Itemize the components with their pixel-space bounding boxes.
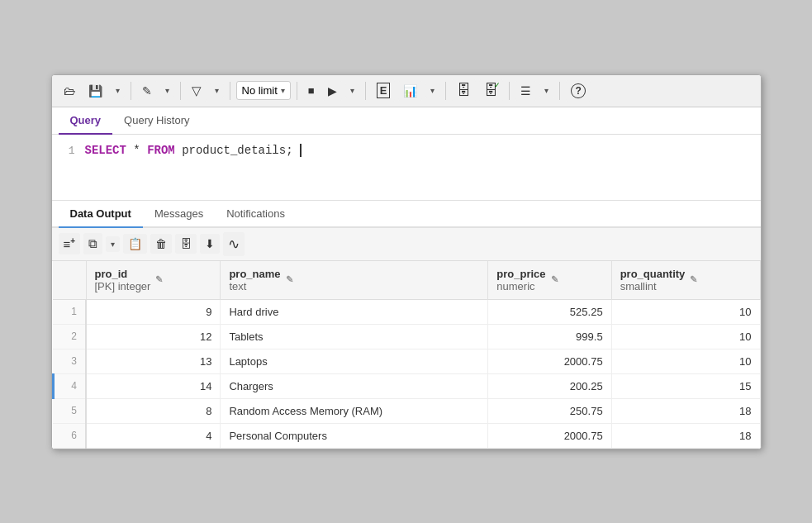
table-header-row: pro_id [PK] integer ✎ pro_name text xyxy=(53,261,760,300)
data-table-wrapper: pro_id [PK] integer ✎ pro_name text xyxy=(52,261,761,449)
filter-dropdown-button[interactable]: ▾ xyxy=(210,83,224,98)
copy-button[interactable]: ⧉ xyxy=(83,233,102,254)
row-num-header xyxy=(53,261,86,300)
pro-id-cell: 4 xyxy=(86,423,221,448)
import-icon: 🗄 xyxy=(180,237,192,250)
open-folder-button[interactable]: 🗁 xyxy=(59,81,80,101)
save-icon: 💾 xyxy=(88,84,102,97)
import-button[interactable]: 🗄 xyxy=(175,234,197,254)
pro-name-cell: Random Access Memory (RAM) xyxy=(221,398,488,423)
run-button[interactable]: ▶ xyxy=(323,81,342,101)
db1-button[interactable]: 🗄 xyxy=(452,79,476,102)
output-toolbar: ≡+ ⧉ ▾ 📋 🗑 🗄 ⬇ ∿ xyxy=(52,228,761,261)
tab-query-history[interactable]: Query History xyxy=(112,107,201,135)
tab-notifications[interactable]: Notifications xyxy=(215,201,297,228)
pro-quantity-cell: 15 xyxy=(611,373,760,398)
chart-button[interactable]: 📊 xyxy=(398,81,422,101)
row-num-cell: 2 xyxy=(53,324,86,349)
pro-price-cell: 250.75 xyxy=(488,398,611,423)
chart-icon: 📊 xyxy=(403,84,417,97)
run-dropdown-button[interactable]: ▾ xyxy=(345,83,359,98)
pro-price-cell: 2000.75 xyxy=(488,349,611,373)
pro-id-header: pro_id [PK] integer ✎ xyxy=(86,261,221,300)
chevron-down-icon-5: ▾ xyxy=(350,86,354,95)
pro-quantity-header: pro_quantity smallint ✎ xyxy=(611,261,760,300)
db2-icon: 🗄✓ xyxy=(484,83,498,99)
copy-dropdown-button[interactable]: ▾ xyxy=(106,236,120,252)
save-dropdown-button[interactable]: ▾ xyxy=(111,83,125,98)
pro-id-cell: 13 xyxy=(86,349,221,373)
separator3 xyxy=(230,82,230,100)
separator8 xyxy=(559,82,560,100)
pro-id-edit-icon[interactable]: ✎ xyxy=(155,274,163,285)
graph-icon: ∿ xyxy=(228,235,240,253)
explain-button[interactable]: E xyxy=(372,79,396,102)
pro-name-edit-icon[interactable]: ✎ xyxy=(286,274,293,285)
folder-icon: 🗁 xyxy=(64,84,75,97)
add-row-icon: ≡+ xyxy=(64,236,76,251)
paste-button[interactable]: 📋 xyxy=(123,234,147,254)
main-window: 🗁 💾 ▾ ✎ ▾ ▽ ▾ No limit ▾ ■ ▶ xyxy=(51,74,762,449)
save-button[interactable]: 💾 xyxy=(83,81,107,101)
sql-keyword-select: SELECT xyxy=(85,144,126,157)
table-row: 212Tablets999.510 xyxy=(53,324,760,349)
tab-data-output[interactable]: Data Output xyxy=(59,201,143,228)
edit-button[interactable]: ✎ xyxy=(137,81,157,101)
chevron-down-icon-8: ▾ xyxy=(111,240,115,249)
filter-icon: ▽ xyxy=(192,83,202,98)
download-button[interactable]: ⬇ xyxy=(200,234,220,254)
separator5 xyxy=(365,82,366,100)
delete-icon: 🗑 xyxy=(155,237,167,250)
filter-button[interactable]: ▽ xyxy=(187,80,207,102)
table-row: 313Laptops2000.7510 xyxy=(53,349,760,373)
menu-dropdown-button[interactable]: ▾ xyxy=(539,83,553,98)
main-toolbar: 🗁 💾 ▾ ✎ ▾ ▽ ▾ No limit ▾ ■ ▶ xyxy=(52,75,761,107)
pro-price-cell: 2000.75 xyxy=(488,423,611,448)
chevron-down-icon-6: ▾ xyxy=(430,86,434,95)
table-row: 58Random Access Memory (RAM)250.7518 xyxy=(53,398,760,423)
table-row: 64Personal Computers2000.7518 xyxy=(53,423,760,448)
add-row-button[interactable]: ≡+ xyxy=(59,233,81,254)
chevron-down-icon-2: ▾ xyxy=(165,86,169,95)
stop-button[interactable]: ■ xyxy=(303,81,320,100)
query-tabs: Query Query History xyxy=(52,107,761,135)
tab-query[interactable]: Query xyxy=(59,107,113,135)
sql-editor[interactable]: 1 SELECT * FROM product_details; xyxy=(52,135,761,201)
pro-price-cell: 200.25 xyxy=(488,373,611,398)
chart-dropdown-button[interactable]: ▾ xyxy=(425,83,439,98)
download-icon: ⬇ xyxy=(205,237,215,250)
pro-quantity-cell: 18 xyxy=(611,398,760,423)
separator2 xyxy=(180,82,181,100)
sql-cursor xyxy=(293,144,302,157)
pen-icon: ✎ xyxy=(142,84,152,97)
table-row: 414Chargers200.2515 xyxy=(53,373,760,398)
help-button[interactable]: ? xyxy=(566,80,590,102)
chevron-down-icon-7: ▾ xyxy=(544,86,548,95)
graph-button[interactable]: ∿ xyxy=(223,232,245,256)
delete-button[interactable]: 🗑 xyxy=(150,234,172,254)
pro-id-cell: 8 xyxy=(86,398,221,423)
table-body: 19Hard drive525.2510212Tablets999.510313… xyxy=(53,299,760,448)
pro-price-cell: 525.25 xyxy=(488,299,611,324)
pro-name-cell: Personal Computers xyxy=(221,423,488,448)
menu-button[interactable]: ☰ xyxy=(515,81,536,101)
row-num-cell: 3 xyxy=(53,349,86,373)
pro-id-cell: 9 xyxy=(86,299,221,324)
copy-icon: ⧉ xyxy=(88,236,97,251)
pro-quantity-cell: 18 xyxy=(611,423,760,448)
pro-price-edit-icon[interactable]: ✎ xyxy=(551,274,558,285)
tab-messages[interactable]: Messages xyxy=(143,201,215,228)
pro-name-cell: Tablets xyxy=(221,324,488,349)
limit-dropdown[interactable]: No limit ▾ xyxy=(236,81,291,100)
pro-id-cell: 12 xyxy=(86,324,221,349)
db2-button[interactable]: 🗄✓ xyxy=(479,79,503,102)
table-row: 19Hard drive525.2510 xyxy=(53,299,760,324)
chevron-down-icon-3: ▾ xyxy=(215,86,219,95)
sql-keyword-from: FROM xyxy=(147,144,175,157)
limit-value: No limit xyxy=(242,84,278,97)
edit-dropdown-button[interactable]: ▾ xyxy=(160,83,174,98)
db1-icon: 🗄 xyxy=(457,83,471,99)
help-icon: ? xyxy=(571,83,585,98)
pro-quantity-edit-icon[interactable]: ✎ xyxy=(690,274,697,285)
separator1 xyxy=(131,82,131,100)
